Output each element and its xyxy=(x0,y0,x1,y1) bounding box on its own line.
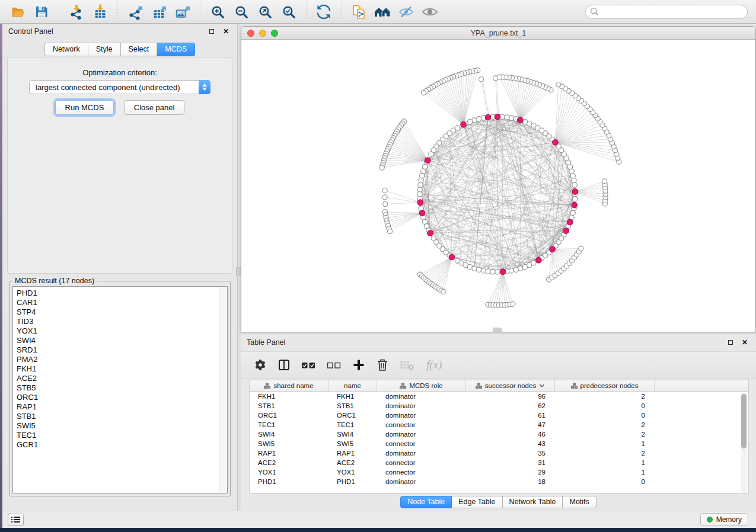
ring-node[interactable] xyxy=(420,173,425,178)
mcds-result-item[interactable]: CAR1 xyxy=(17,298,227,307)
leaf-node[interactable] xyxy=(556,82,561,87)
close-mcds-panel-button[interactable]: Close panel xyxy=(124,100,185,115)
control-tab-mcds[interactable]: MCDS xyxy=(157,43,195,56)
save-session-button[interactable] xyxy=(31,2,52,21)
mcds-result-list[interactable]: PHD1CAR1STP4TID3YOX1SWI4SRD1PMA2FKH1ACE2… xyxy=(12,286,228,493)
table-row[interactable]: RAP1RAP1dominator352 xyxy=(250,448,748,458)
leaf-node[interactable] xyxy=(387,229,392,233)
ring-node[interactable] xyxy=(505,115,509,120)
maximize-window-icon[interactable] xyxy=(271,30,278,37)
zoom-selected-button[interactable] xyxy=(279,2,299,21)
panels-menu-button[interactable] xyxy=(8,514,24,526)
mcds-node[interactable] xyxy=(495,114,500,120)
ring-node[interactable] xyxy=(419,178,423,182)
mcds-result-item[interactable]: SWI5 xyxy=(17,421,227,431)
mcds-list-scrollbar[interactable] xyxy=(219,287,227,492)
close-window-icon[interactable] xyxy=(247,30,254,37)
select-all-button[interactable] xyxy=(299,355,318,375)
leaf-node[interactable] xyxy=(382,195,387,200)
ring-node[interactable] xyxy=(417,192,422,197)
mcds-node[interactable] xyxy=(550,246,556,252)
ring-node[interactable] xyxy=(572,182,577,187)
mcds-result-item[interactable]: ORC1 xyxy=(17,393,227,402)
export-table-button[interactable] xyxy=(149,2,169,21)
table-settings-button[interactable] xyxy=(251,355,269,375)
table-tab-network-table[interactable]: Network Table xyxy=(503,496,563,508)
ring-node[interactable] xyxy=(476,267,481,272)
mcds-node[interactable] xyxy=(461,122,467,128)
ring-node[interactable] xyxy=(531,261,536,265)
leaf-node[interactable] xyxy=(479,77,484,82)
mcds-result-item[interactable]: SRD1 xyxy=(17,345,227,355)
mcds-result-item[interactable]: PHD1 xyxy=(17,289,227,298)
ring-node[interactable] xyxy=(418,182,423,187)
network-graph[interactable] xyxy=(241,40,755,332)
mcds-result-item[interactable]: GCR1 xyxy=(17,440,227,450)
deselect-all-button[interactable] xyxy=(324,355,344,375)
leaf-node[interactable] xyxy=(421,90,426,95)
mcds-node[interactable] xyxy=(572,189,578,195)
mcds-node[interactable] xyxy=(417,200,423,206)
zoom-fit-button[interactable] xyxy=(255,2,275,21)
table-row[interactable]: FKH1FKH1dominator962 xyxy=(250,392,748,401)
mcds-result-item[interactable]: YOX1 xyxy=(17,326,227,336)
column-header-shared-name[interactable]: shared name xyxy=(250,380,328,391)
table-row[interactable]: ACE2ACE2connector311 xyxy=(250,458,748,467)
mcds-node[interactable] xyxy=(567,219,573,225)
table-row[interactable]: STB1STB1dominator620 xyxy=(250,401,748,411)
mcds-node[interactable] xyxy=(425,158,431,164)
hide-selected-button[interactable] xyxy=(396,2,416,21)
import-network-button[interactable] xyxy=(66,2,87,21)
close-table-panel-button[interactable]: ✕ xyxy=(739,337,750,348)
mcds-result-item[interactable]: TID3 xyxy=(17,317,227,326)
optimization-criterion-select[interactable]: largest connected component (undirected) xyxy=(29,80,210,94)
control-tab-select[interactable]: Select xyxy=(121,43,158,56)
ring-node[interactable] xyxy=(509,116,513,120)
leaf-node[interactable] xyxy=(602,179,607,184)
table-row[interactable]: YOX1YOX1connector291 xyxy=(250,467,748,477)
mcds-result-item[interactable]: STB5 xyxy=(17,383,227,393)
column-header-mcds-role[interactable]: MCDS role xyxy=(377,380,466,391)
table-tab-motifs[interactable]: Motifs xyxy=(563,496,596,508)
duplicate-network-button[interactable] xyxy=(349,2,369,21)
table-row[interactable]: ORC1ORC1dominator610 xyxy=(250,411,748,420)
delete-column-button[interactable] xyxy=(374,355,391,375)
export-network-button[interactable] xyxy=(125,2,145,21)
ring-node[interactable] xyxy=(570,210,575,215)
leaf-node[interactable] xyxy=(511,302,515,306)
horizontal-splitter-handle[interactable] xyxy=(493,328,502,332)
close-panel-button[interactable]: ✕ xyxy=(221,26,231,37)
toggle-panes-button[interactable] xyxy=(275,355,293,375)
mcds-node[interactable] xyxy=(419,210,425,216)
ring-node[interactable] xyxy=(509,268,513,273)
table-row[interactable]: SWI4SWI4dominator462 xyxy=(250,430,748,439)
mcds-node[interactable] xyxy=(563,228,569,234)
memory-button[interactable]: Memory xyxy=(700,513,748,526)
column-header-predecessor-nodes[interactable]: predecessor nodes xyxy=(555,380,655,391)
ring-node[interactable] xyxy=(486,269,490,274)
mcds-result-item[interactable]: SWI4 xyxy=(17,336,227,345)
ring-node[interactable] xyxy=(573,197,578,201)
mcds-result-item[interactable]: STP4 xyxy=(17,307,227,317)
zoom-in-button[interactable] xyxy=(208,2,228,21)
mcds-result-item[interactable]: TEC1 xyxy=(17,431,227,440)
leaf-node[interactable] xyxy=(383,202,388,207)
add-column-button[interactable] xyxy=(350,355,368,375)
run-mcds-button[interactable]: Run MCDS xyxy=(55,100,114,115)
zoom-out-button[interactable] xyxy=(231,2,251,21)
mcds-node[interactable] xyxy=(449,254,455,260)
table-scrollbar[interactable] xyxy=(741,393,747,493)
show-all-button[interactable] xyxy=(420,2,440,21)
leaf-node[interactable] xyxy=(579,246,583,251)
leaf-node[interactable] xyxy=(379,165,384,170)
leaf-node[interactable] xyxy=(382,188,387,193)
table-row[interactable]: SWI5SWI5connector431 xyxy=(250,439,748,448)
apply-layout-button[interactable] xyxy=(314,2,334,21)
node-table[interactable]: shared namenameMCDS rolesuccessor nodesp… xyxy=(249,380,749,493)
ring-node[interactable] xyxy=(572,178,576,182)
mcds-node[interactable] xyxy=(572,202,578,208)
mcds-result-item[interactable]: ACE2 xyxy=(17,374,227,383)
mcds-node[interactable] xyxy=(500,269,506,275)
mcds-result-item[interactable]: RAP1 xyxy=(17,402,227,412)
leaf-node[interactable] xyxy=(497,75,502,79)
